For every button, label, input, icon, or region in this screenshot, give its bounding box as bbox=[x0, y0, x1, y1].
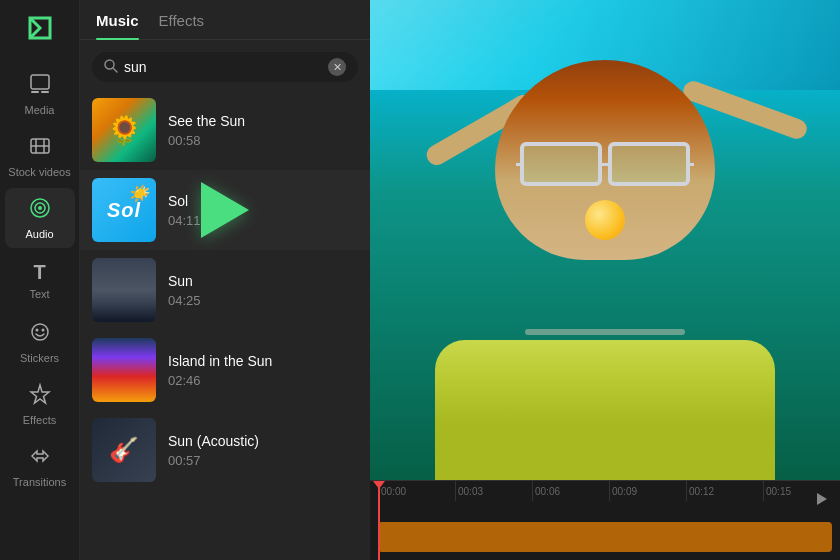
sidebar-item-label-text: Text bbox=[29, 288, 49, 300]
svg-line-14 bbox=[113, 68, 117, 72]
tab-music[interactable]: Music bbox=[96, 12, 139, 39]
tab-effects[interactable]: Effects bbox=[159, 12, 205, 39]
sidebar-item-label-media: Media bbox=[25, 104, 55, 116]
track-duration: 04:25 bbox=[168, 293, 358, 308]
sidebar-item-media[interactable]: Media bbox=[5, 64, 75, 124]
track-info: Sun 04:25 bbox=[168, 273, 358, 308]
track-title: Sun (Acoustic) bbox=[168, 433, 358, 449]
sunflower-thumb: 🌻 bbox=[92, 98, 156, 162]
sidebar-item-transitions[interactable]: Transitions bbox=[5, 436, 75, 496]
sunset-thumb bbox=[92, 338, 156, 402]
transitions-icon bbox=[29, 445, 51, 472]
track-duration: 00:57 bbox=[168, 453, 358, 468]
track-thumbnail: Sol ☀️ bbox=[92, 178, 156, 242]
svg-rect-1 bbox=[31, 91, 39, 93]
music-panel: Music Effects ✕ 🌻 See the Sun 00:58 bbox=[80, 0, 370, 560]
sidebar-item-stock-videos[interactable]: Stock videos bbox=[5, 126, 75, 186]
track-info: Sol 04:11 bbox=[168, 193, 358, 228]
track-duration: 00:58 bbox=[168, 133, 358, 148]
list-item[interactable]: 🎸 Sun (Acoustic) 00:57 bbox=[80, 410, 370, 490]
timeline-ruler: 00:00 00:03 00:06 00:09 00:12 00:15 bbox=[370, 481, 840, 501]
track-info: See the Sun 00:58 bbox=[168, 113, 358, 148]
track-duration: 04:11 bbox=[168, 213, 358, 228]
track-title: Sol bbox=[168, 193, 358, 209]
panel-tabs: Music Effects bbox=[80, 0, 370, 40]
timeline-mark: 00:06 bbox=[532, 481, 609, 501]
audio-icon bbox=[29, 197, 51, 224]
acoustic-thumb: 🎸 bbox=[92, 418, 156, 482]
timeline-track[interactable] bbox=[378, 522, 832, 552]
search-icon bbox=[104, 59, 118, 76]
track-title: Sun bbox=[168, 273, 358, 289]
list-item[interactable]: Island in the Sun 02:46 bbox=[80, 330, 370, 410]
timeline-playhead[interactable] bbox=[378, 481, 380, 560]
sidebar-item-effects[interactable]: Effects bbox=[5, 374, 75, 434]
search-clear-button[interactable]: ✕ bbox=[328, 58, 346, 76]
track-info: Sun (Acoustic) 00:57 bbox=[168, 433, 358, 468]
timeline-mark: 00:12 bbox=[686, 481, 763, 501]
svg-point-11 bbox=[35, 328, 38, 331]
sidebar-item-label-stickers: Stickers bbox=[20, 352, 59, 364]
svg-point-12 bbox=[41, 328, 44, 331]
list-item[interactable]: 🌻 See the Sun 00:58 bbox=[80, 90, 370, 170]
track-thumbnail: 🌻 bbox=[92, 98, 156, 162]
track-title: See the Sun bbox=[168, 113, 358, 129]
track-thumbnail: 🎸 bbox=[92, 418, 156, 482]
search-input[interactable] bbox=[124, 59, 322, 75]
sidebar-item-stickers[interactable]: Stickers bbox=[5, 312, 75, 372]
timeline-mark: 00:15 bbox=[763, 481, 840, 501]
list-item[interactable]: Sol ☀️ Sol 04:11 bbox=[80, 170, 370, 250]
svg-point-10 bbox=[32, 324, 48, 340]
sol-thumb: Sol ☀️ bbox=[92, 178, 156, 242]
stickers-icon bbox=[29, 321, 51, 348]
track-thumbnail bbox=[92, 338, 156, 402]
list-item[interactable]: Sun 04:25 bbox=[80, 250, 370, 330]
track-title: Island in the Sun bbox=[168, 353, 358, 369]
timeline: 00:00 00:03 00:06 00:09 00:12 00:15 bbox=[370, 480, 840, 560]
svg-rect-2 bbox=[41, 91, 49, 93]
svg-rect-0 bbox=[31, 75, 49, 89]
app-logo bbox=[20, 8, 60, 48]
sidebar-item-label-stock: Stock videos bbox=[8, 166, 70, 178]
track-thumbnail bbox=[92, 258, 156, 322]
video-preview bbox=[370, 0, 840, 480]
timeline-mark: 00:03 bbox=[455, 481, 532, 501]
sidebar-item-text[interactable]: T Text bbox=[5, 250, 75, 310]
timeline-mark: 00:09 bbox=[609, 481, 686, 501]
sidebar-item-label-transitions: Transitions bbox=[13, 476, 66, 488]
media-icon bbox=[29, 73, 51, 100]
sidebar: Media Stock videos Audio T Text bbox=[0, 0, 80, 560]
sidebar-item-audio[interactable]: Audio bbox=[5, 188, 75, 248]
sidebar-item-label-audio: Audio bbox=[25, 228, 53, 240]
stock-videos-icon bbox=[29, 135, 51, 162]
text-icon: T bbox=[33, 261, 45, 284]
svg-point-9 bbox=[38, 206, 42, 210]
track-duration: 02:46 bbox=[168, 373, 358, 388]
timeline-mark: 00:00 bbox=[378, 481, 455, 501]
main-area: 00:00 00:03 00:06 00:09 00:12 00:15 bbox=[370, 0, 840, 560]
search-bar: ✕ bbox=[92, 52, 358, 82]
track-info: Island in the Sun 02:46 bbox=[168, 353, 358, 388]
sidebar-item-label-effects: Effects bbox=[23, 414, 56, 426]
mountain-thumb bbox=[92, 258, 156, 322]
music-list: 🌻 See the Sun 00:58 Sol ☀️ Sol 04:11 bbox=[80, 90, 370, 560]
effects-icon bbox=[29, 383, 51, 410]
